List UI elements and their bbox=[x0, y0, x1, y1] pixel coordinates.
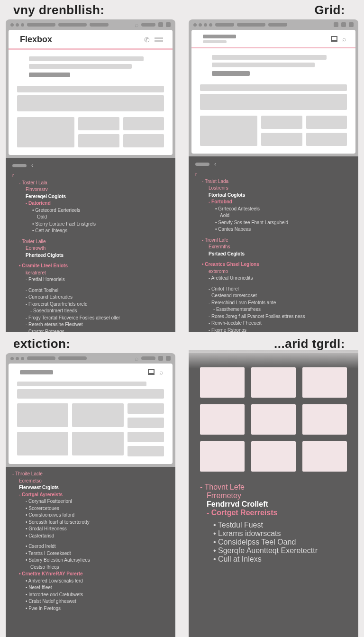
grid-tile bbox=[302, 404, 347, 435]
tile-grid bbox=[200, 367, 347, 472]
grid-tile bbox=[251, 367, 296, 398]
grid-tile bbox=[200, 367, 245, 398]
code-panel: Thovnt Lefe Frremetey Fendrrvd Crolleft … bbox=[200, 483, 347, 564]
grid-tile bbox=[302, 367, 347, 398]
menu-icon[interactable] bbox=[155, 37, 163, 42]
browser-chrome: ⌕ bbox=[6, 19, 175, 30]
quadrant-arid-tgrdl: ...arid tgrdl: Thovnt Lefe Frremetey Fen… bbox=[183, 334, 364, 637]
chevron-left-icon: ‹ bbox=[31, 162, 33, 170]
layers-icon[interactable] bbox=[148, 369, 155, 375]
quadrant-extiction: extiction: ⌕ ⌕ bbox=[0, 334, 181, 637]
quadrant-title: Grid: bbox=[183, 0, 364, 19]
browser-mock: ⌕ Flexbox ✆ bbox=[6, 19, 175, 158]
search-icon: ⌕ bbox=[135, 21, 138, 28]
code-panel: ‹ r Traiet Lada Lostrenrs Ftortoal Coglo… bbox=[189, 156, 358, 332]
comparison-grid: vny drenbllish: ⌕ Flexbox ✆ bbox=[0, 0, 364, 637]
page-brand: Flexbox bbox=[20, 35, 52, 45]
code-panel: Throite Lacle Ecremetso Flervwast Crglot… bbox=[6, 467, 175, 637]
code-panel: ‹ r Toster l Lala Finvoresrv Ferereqel C… bbox=[6, 158, 175, 332]
quadrant-title: ...arid tgrdl: bbox=[183, 334, 364, 353]
browser-mock: ⌕ bbox=[189, 19, 358, 156]
hero-card bbox=[17, 117, 74, 147]
grid-tile bbox=[200, 404, 245, 435]
browser-mock: ⌕ ⌕ bbox=[6, 353, 175, 467]
phone-icon: ✆ bbox=[144, 36, 150, 44]
quadrant-grid: Grid: ⌕ bbox=[183, 0, 364, 332]
search-icon[interactable]: ⌕ bbox=[159, 368, 163, 376]
search-icon[interactable]: ⌕ bbox=[342, 35, 346, 43]
grid-tile bbox=[251, 404, 296, 435]
quadrant-flexbox: vny drenbllish: ⌕ Flexbox ✆ bbox=[0, 0, 181, 332]
quadrant-title: vny drenbllish: bbox=[0, 0, 181, 19]
grid-tile bbox=[302, 441, 347, 472]
grid-tile bbox=[200, 441, 245, 472]
quadrant-title: extiction: bbox=[0, 334, 181, 353]
grid-tile bbox=[251, 441, 296, 472]
layers-icon[interactable] bbox=[331, 36, 337, 42]
